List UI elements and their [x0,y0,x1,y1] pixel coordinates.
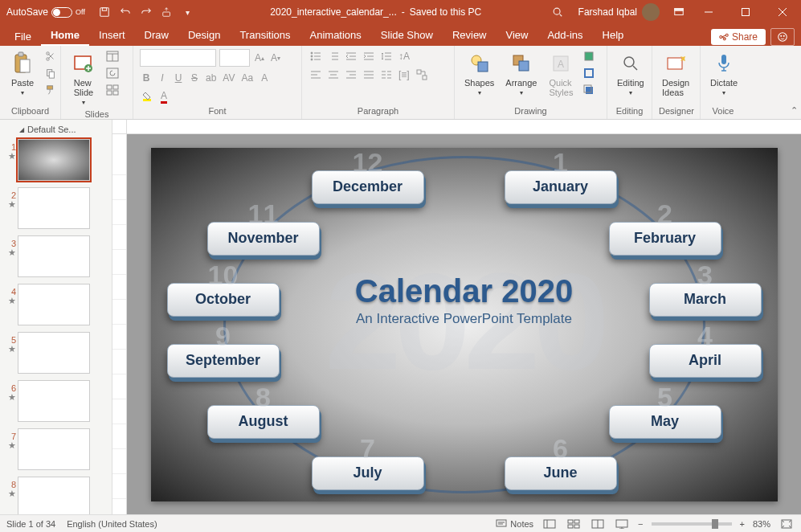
slideshow-view-icon[interactable] [614,518,630,530]
month-may[interactable]: 5May [609,405,721,439]
tab-design[interactable]: Design [178,25,230,46]
zoom-out-button[interactable]: − [638,519,643,529]
shadow-icon[interactable]: ab [204,71,218,85]
month-august[interactable]: 8August [207,405,320,439]
sorter-view-icon[interactable] [566,518,582,530]
thumbnail-4[interactable]: 4★ [2,282,110,330]
tab-file[interactable]: File [5,27,41,46]
align-right-icon[interactable] [344,68,358,82]
reset-icon[interactable] [104,66,121,80]
decrease-font-icon[interactable]: A▾ [269,51,282,65]
zoom-slider[interactable] [652,522,732,526]
copy-icon[interactable] [43,66,58,80]
smartart-icon[interactable] [415,68,429,82]
month-april[interactable]: 4April [649,344,762,378]
font-color-icon[interactable]: A [157,89,170,104]
normal-view-icon[interactable] [541,518,558,530]
save-icon[interactable] [98,6,111,18]
share-button[interactable]: Share [711,29,766,45]
minimize-button[interactable] [690,0,727,24]
editing-button[interactable]: Editing ▾ [614,49,648,98]
tab-animations[interactable]: Animations [300,25,371,46]
slide-counter[interactable]: Slide 1 of 34 [6,519,55,529]
reading-view-icon[interactable] [590,518,606,530]
maximize-button[interactable] [727,0,764,24]
italic-icon[interactable]: I [156,71,169,85]
start-from-beginning-icon[interactable] [161,6,174,18]
month-january[interactable]: 1January [505,170,617,204]
month-october[interactable]: 10October [167,283,280,317]
tab-home[interactable]: Home [41,25,89,46]
slide-canvas-area[interactable]: 2020 Calendar 2020 An Interactive PowerP… [127,134,801,514]
month-february[interactable]: 2February [609,222,721,256]
bullets-icon[interactable] [309,49,323,63]
tab-slide-show[interactable]: Slide Show [371,25,443,46]
paste-button[interactable]: Paste ▾ [6,49,39,98]
strikethrough-icon[interactable]: S [188,71,201,85]
justify-icon[interactable] [362,68,376,82]
change-case-icon[interactable]: Aa [239,71,255,85]
redo-icon[interactable] [140,6,153,18]
shapes-button[interactable]: Shapes ▾ [461,49,497,98]
font-name-combo[interactable] [140,49,216,67]
highlight-icon[interactable] [140,89,154,104]
line-spacing-icon[interactable] [379,49,394,63]
fit-to-window-icon[interactable] [779,518,795,530]
user-account[interactable]: Farshad Iqbal [570,3,668,21]
font-size-combo[interactable] [219,49,250,67]
section-header[interactable]: ◢ Default Se... [2,123,110,137]
columns-icon[interactable] [379,68,394,82]
notes-button[interactable]: Notes [496,519,533,529]
shape-effects-icon[interactable] [582,83,596,97]
section-icon[interactable] [104,83,121,97]
qat-more-icon[interactable]: ▾ [182,6,194,18]
increase-font-icon[interactable]: A▴ [253,51,266,65]
text-direction-icon[interactable]: ↕A [397,49,411,63]
thumbnail-7[interactable]: 7★ [2,427,110,475]
thumbnail-3[interactable]: 3★ [2,234,110,282]
align-center-icon[interactable] [326,68,341,82]
indent-dec-icon[interactable] [344,49,358,63]
autosave-toggle[interactable]: AutoSave Off [0,6,92,18]
underline-icon[interactable]: U [172,71,185,85]
undo-icon[interactable] [119,6,132,18]
shape-fill-icon[interactable] [582,49,596,63]
clear-format-icon[interactable]: A [258,71,271,85]
align-text-icon[interactable]: [≡] [397,68,411,82]
align-left-icon[interactable] [309,68,323,82]
tab-view[interactable]: View [497,25,538,46]
slide-content[interactable]: 2020 Calendar 2020 An Interactive PowerP… [151,148,778,501]
thumbnail-8[interactable]: 8★ [2,475,110,514]
quick-styles-button[interactable]: A Quick Styles [545,49,577,99]
layout-icon[interactable] [104,49,121,63]
close-button[interactable] [764,0,801,24]
month-december[interactable]: 12December [312,170,424,204]
slide-thumbnails-panel[interactable]: ◢ Default Se... 1★2★3★4★5★6★7★8★ [0,120,112,514]
language-status[interactable]: English (United States) [67,519,157,529]
bold-icon[interactable]: B [140,71,153,85]
ribbon-display-icon[interactable] [672,6,685,18]
tab-help[interactable]: Help [593,25,634,46]
arrange-button[interactable]: Arrange ▾ [502,49,540,98]
format-painter-icon[interactable] [43,83,58,97]
month-july[interactable]: 7July [312,456,424,490]
dictate-button[interactable]: Dictate ▾ [707,49,741,98]
search-icon[interactable] [551,6,564,18]
cut-icon[interactable] [43,49,58,63]
thumbnail-2[interactable]: 2★ [2,186,110,234]
shape-outline-icon[interactable] [582,66,596,80]
feedback-button[interactable] [770,28,795,46]
thumbnail-5[interactable]: 5★ [2,330,110,379]
zoom-level[interactable]: 83% [753,519,770,529]
thumbnail-1[interactable]: 1★ [2,137,110,186]
numbering-icon[interactable] [326,49,341,63]
tab-draw[interactable]: Draw [135,25,178,46]
new-slide-button[interactable]: New Slide ▾ [67,49,100,108]
thumbnail-6[interactable]: 6★ [2,379,110,427]
collapse-ribbon-icon[interactable]: ⌃ [791,105,798,116]
zoom-in-button[interactable]: + [740,519,745,529]
month-march[interactable]: 3March [649,283,762,317]
month-november[interactable]: 11November [207,222,320,256]
month-june[interactable]: 6June [505,456,617,490]
tab-add-ins[interactable]: Add-ins [537,25,592,46]
